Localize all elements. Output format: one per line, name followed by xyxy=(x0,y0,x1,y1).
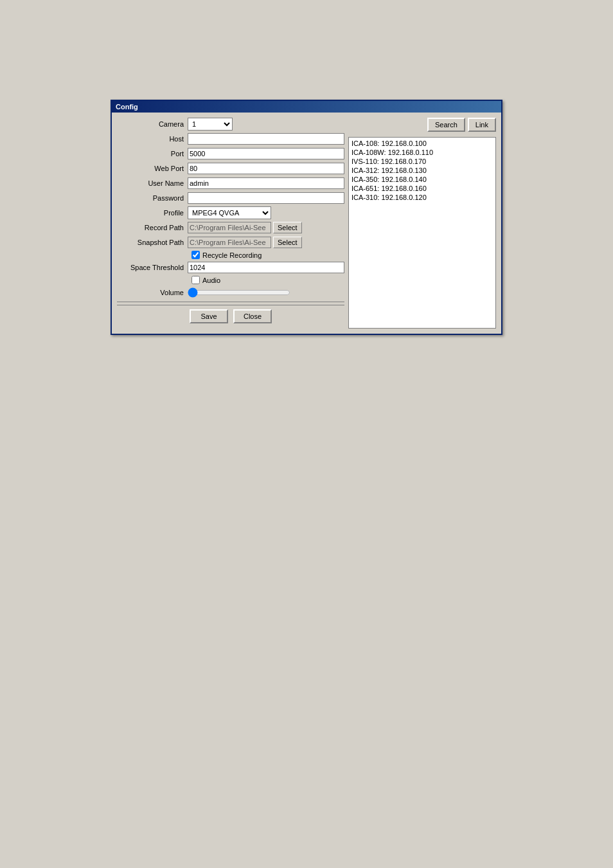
recycle-checkbox[interactable] xyxy=(191,251,200,259)
record-path-input[interactable] xyxy=(188,222,271,233)
list-item[interactable]: ICA-651: 192.168.0.160 xyxy=(351,184,493,193)
bottom-buttons: Save Close xyxy=(117,305,344,329)
left-panel: Camera 1 2 3 4 Host Port Web Port xyxy=(117,118,344,329)
port-input[interactable] xyxy=(188,148,344,159)
snapshot-path-row: Snapshot Path Select xyxy=(117,236,344,249)
window-title: Config xyxy=(116,103,138,111)
audio-row: Audio xyxy=(117,276,344,284)
list-item[interactable]: ICA-350: 192.168.0.140 xyxy=(351,175,493,184)
list-item[interactable]: ICA-312: 192.168.0.130 xyxy=(351,166,493,175)
list-item[interactable]: ICA-108: 192.168.0.100 xyxy=(351,139,493,148)
right-panel: Search Link ICA-108: 192.168.0.100ICA-10… xyxy=(348,118,496,329)
camera-label: Camera xyxy=(117,120,188,128)
recycle-label: Recycle Recording xyxy=(202,251,262,259)
record-path-select-button[interactable]: Select xyxy=(273,222,302,233)
list-item[interactable]: IVS-110: 192.168.0.170 xyxy=(351,157,493,166)
record-path-row: Record Path Select xyxy=(117,221,344,234)
profile-select[interactable]: MPEG4 QVGA MPEG4 VGA MJPEG QVGA MJPEG VG… xyxy=(188,206,271,219)
space-threshold-label: Space Threshold xyxy=(117,264,188,271)
web-port-label: Web Port xyxy=(117,165,188,172)
volume-label: Volume xyxy=(117,289,188,296)
host-row: Host xyxy=(117,132,344,145)
list-item[interactable]: ICA-310: 192.168.0.120 xyxy=(351,193,493,202)
profile-label: Profile xyxy=(117,209,188,217)
search-button[interactable]: Search xyxy=(427,118,465,132)
password-label: Password xyxy=(117,194,188,202)
camera-select[interactable]: 1 2 3 4 xyxy=(188,118,233,131)
password-input[interactable] xyxy=(188,192,344,204)
snapshot-path-label: Snapshot Path xyxy=(117,239,188,246)
snapshot-path-input[interactable] xyxy=(188,237,271,248)
record-path-label: Record Path xyxy=(117,224,188,231)
recycle-row: Recycle Recording xyxy=(117,251,344,259)
close-button[interactable]: Close xyxy=(233,309,272,323)
username-input[interactable] xyxy=(188,177,344,189)
username-label: User Name xyxy=(117,179,188,187)
list-item[interactable]: ICA-108W: 192.168.0.110 xyxy=(351,148,493,157)
title-bar: Config xyxy=(112,101,501,113)
port-row: Port xyxy=(117,147,344,160)
config-window: Config Camera 1 2 3 4 Host Port xyxy=(111,100,502,335)
volume-row: Volume xyxy=(117,286,344,299)
host-label: Host xyxy=(117,135,188,143)
camera-row: Camera 1 2 3 4 xyxy=(117,118,344,131)
web-port-input[interactable] xyxy=(188,163,344,174)
space-threshold-input[interactable] xyxy=(188,262,344,273)
search-link-row: Search Link xyxy=(348,118,496,132)
web-port-row: Web Port xyxy=(117,162,344,175)
device-list: ICA-108: 192.168.0.100ICA-108W: 192.168.… xyxy=(348,137,496,329)
volume-slider[interactable] xyxy=(188,287,290,298)
save-button[interactable]: Save xyxy=(190,309,228,323)
audio-checkbox[interactable] xyxy=(191,276,200,284)
profile-row: Profile MPEG4 QVGA MPEG4 VGA MJPEG QVGA … xyxy=(117,206,344,219)
username-row: User Name xyxy=(117,177,344,190)
space-threshold-row: Space Threshold xyxy=(117,261,344,274)
host-input[interactable] xyxy=(188,133,344,145)
password-row: Password xyxy=(117,192,344,204)
port-label: Port xyxy=(117,150,188,158)
snapshot-path-select-button[interactable]: Select xyxy=(273,237,302,248)
audio-label: Audio xyxy=(202,276,220,284)
link-button[interactable]: Link xyxy=(468,118,496,132)
